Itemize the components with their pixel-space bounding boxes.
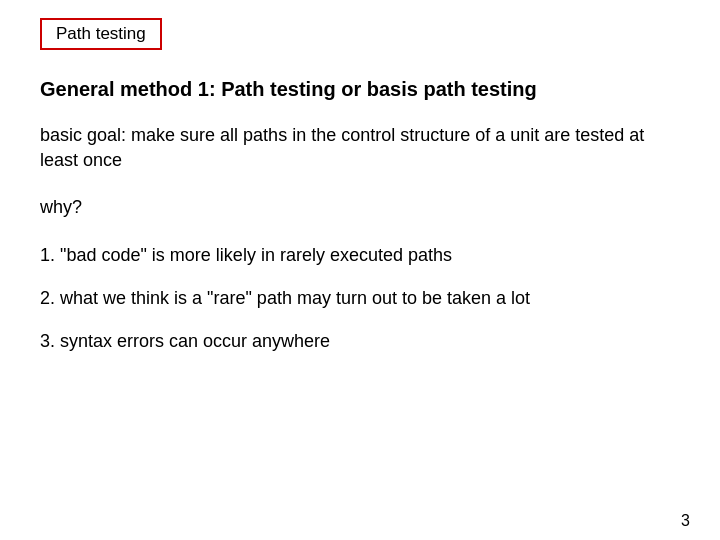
title-box: Path testing	[40, 18, 162, 50]
slide-container: Path testing General method 1: Path test…	[0, 0, 720, 540]
list-item-1: 1. "bad code" is more likely in rarely e…	[40, 243, 680, 268]
why-label: why?	[40, 195, 680, 220]
page-number: 3	[681, 512, 690, 530]
slide-title: Path testing	[56, 24, 146, 43]
section-heading: General method 1: Path testing or basis …	[40, 78, 680, 101]
goal-text: basic goal: make sure all paths in the c…	[40, 123, 680, 173]
list-item-3: 3. syntax errors can occur anywhere	[40, 329, 680, 354]
list-item-2: 2. what we think is a "rare" path may tu…	[40, 286, 680, 311]
